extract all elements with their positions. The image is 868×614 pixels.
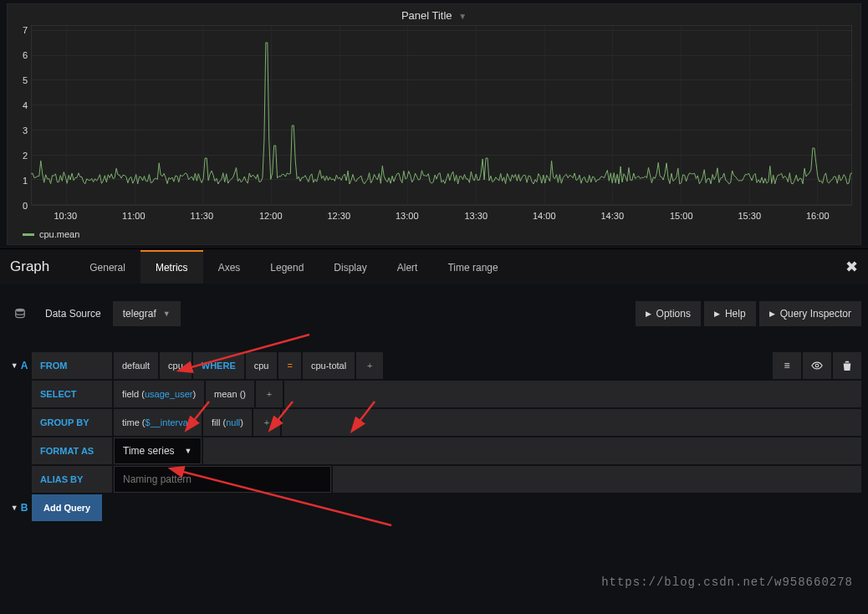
where-tag-key[interactable]: cpu <box>246 352 278 379</box>
groupby-fill[interactable]: fill (null) <box>203 409 252 436</box>
aliasby-keyword: ALIAS BY <box>32 466 112 493</box>
options-button[interactable]: ▶Options <box>636 301 701 326</box>
panel-type-title: Graph <box>10 258 49 275</box>
datasource-select[interactable]: telegraf ▼ <box>113 301 181 326</box>
where-tag-value[interactable]: cpu-total <box>303 352 355 379</box>
groupby-keyword[interactable]: GROUP BY <box>32 409 112 436</box>
query-eye-icon[interactable] <box>803 352 831 379</box>
datasource-label: Data Source <box>33 308 113 320</box>
where-add-button[interactable]: + <box>356 352 383 379</box>
help-button[interactable]: ▶Help <box>704 301 756 326</box>
add-query-button[interactable]: Add Query <box>32 494 102 521</box>
where-keyword[interactable]: WHERE <box>193 352 244 379</box>
database-icon <box>7 308 33 320</box>
select-field[interactable]: field (usage_user) <box>114 381 204 407</box>
query-b-toggle[interactable]: ▼B <box>7 494 32 521</box>
formatas-select[interactable]: Time series▼ <box>114 437 202 464</box>
formatas-keyword: FORMAT AS <box>32 437 112 464</box>
tab-alert[interactable]: Alert <box>382 250 433 284</box>
y-axis: 0 1 2 3 4 5 6 7 <box>11 25 28 206</box>
legend-swatch <box>23 233 34 236</box>
chart-trace <box>31 25 852 206</box>
tab-axes[interactable]: Axes <box>203 250 256 284</box>
from-keyword[interactable]: FROM <box>32 352 112 379</box>
from-measurement[interactable]: cpu <box>160 352 191 379</box>
query-menu-icon[interactable]: ≡ <box>773 352 801 379</box>
x-axis: 10:30 11:00 11:30 12:00 12:30 13:00 13:3… <box>31 209 852 224</box>
query-inspector-button[interactable]: ▶Query Inspector <box>759 301 861 326</box>
caret-down-icon: ▼ <box>163 310 171 318</box>
tab-metrics[interactable]: Metrics <box>140 250 203 284</box>
tab-display[interactable]: Display <box>319 250 381 284</box>
query-a-toggle[interactable]: ▼A <box>7 352 32 379</box>
caret-down-icon: ▼ <box>458 12 467 21</box>
select-keyword[interactable]: SELECT <box>32 381 112 407</box>
tab-general[interactable]: General <box>74 250 140 284</box>
from-policy[interactable]: default <box>114 352 158 379</box>
watermark: https://blog.csdn.net/w958660278 <box>601 576 853 589</box>
groupby-add-button[interactable]: + <box>253 409 280 436</box>
chart-area[interactable]: 0 1 2 3 4 5 6 7 10:30 11:00 11:30 12:00 … <box>31 25 852 224</box>
svg-point-1 <box>815 364 819 367</box>
svg-point-0 <box>16 309 25 312</box>
legend-entry[interactable]: cpu.mean <box>23 229 860 239</box>
tab-time-range[interactable]: Time range <box>432 250 513 284</box>
groupby-time[interactable]: time ($__interval) <box>114 409 202 436</box>
select-aggregation[interactable]: mean () <box>206 381 254 407</box>
query-delete-icon[interactable] <box>833 352 861 379</box>
panel-title-button[interactable]: Panel Title ▼ <box>8 4 860 25</box>
close-icon[interactable]: ✖ <box>845 258 858 276</box>
panel-title: Panel Title <box>401 9 452 22</box>
select-add-button[interactable]: + <box>256 381 283 407</box>
tab-legend[interactable]: Legend <box>255 250 319 284</box>
aliasby-input[interactable] <box>114 466 331 493</box>
legend-label: cpu.mean <box>39 229 79 239</box>
where-operator[interactable]: = <box>278 352 300 379</box>
